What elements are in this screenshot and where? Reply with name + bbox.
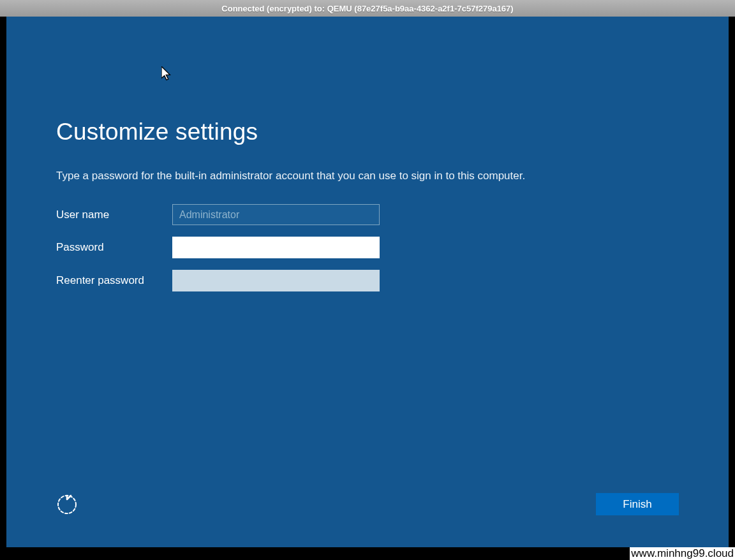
username-input: [172, 204, 380, 225]
ease-of-access-button[interactable]: [56, 494, 78, 515]
reenter-password-label: Reenter password: [56, 274, 172, 287]
page-title: Customize settings: [56, 119, 679, 145]
bottom-bar: Finish: [56, 493, 679, 515]
ease-of-access-icon: [56, 494, 78, 515]
vnc-title-text: Connected (encrypted) to: QEMU (87e27f5a…: [221, 4, 513, 13]
setup-content: Customize settings Type a password for t…: [6, 17, 729, 291]
watermark: www.minhng99.cloud: [630, 547, 735, 560]
username-row: User name: [56, 204, 679, 225]
password-row: Password: [56, 237, 679, 258]
reenter-password-row: Reenter password: [56, 270, 679, 291]
vnc-title-bar: Connected (encrypted) to: QEMU (87e27f5a…: [0, 0, 735, 17]
finish-button[interactable]: Finish: [596, 493, 679, 515]
username-label: User name: [56, 209, 172, 221]
password-label: Password: [56, 241, 172, 254]
setup-screen: Customize settings Type a password for t…: [6, 17, 729, 547]
instruction-text: Type a password for the built-in adminis…: [56, 170, 679, 182]
password-input[interactable]: [172, 237, 380, 258]
reenter-password-input[interactable]: [172, 270, 380, 291]
